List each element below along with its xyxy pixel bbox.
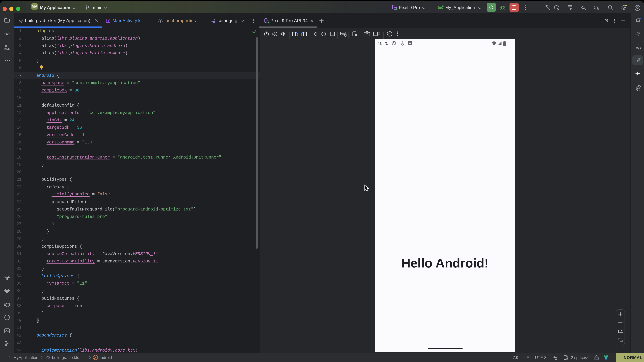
svg-text:A: A [556,7,559,11]
